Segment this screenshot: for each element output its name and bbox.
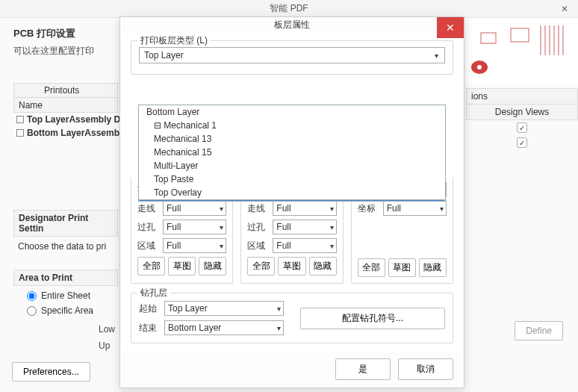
btn-yincang-1[interactable]: 隐藏: [199, 257, 226, 276]
btn-quanbu-2[interactable]: 全部: [247, 257, 275, 276]
dialog-footer: 是 取消: [120, 351, 464, 388]
svg-point-9: [477, 65, 482, 69]
sel-zouxian-1[interactable]: Full▾: [163, 201, 226, 216]
column-name: Name: [13, 98, 118, 113]
right-panel: ions Design Views ✓ ✓: [466, 88, 578, 150]
dropdown-item[interactable]: Mechanical 15: [139, 146, 445, 159]
radio-entire[interactable]: [27, 291, 37, 301]
btn-caotu-2[interactable]: 草图: [278, 257, 305, 276]
drill-title: 钻孔层: [137, 287, 170, 299]
row-icon: [16, 129, 24, 137]
dropdown-item[interactable]: Bottom Layer: [139, 105, 445, 119]
printouts-header: Printouts: [13, 83, 118, 98]
btn-caotu-1[interactable]: 草图: [168, 257, 196, 276]
checkbox-2[interactable]: ✓: [517, 137, 527, 148]
config-drill-button[interactable]: 配置钻孔符号...: [300, 308, 445, 329]
drill-left: 起始 Top Layer▾ 结束 Bottom Layer▾: [139, 301, 284, 335]
svg-rect-1: [511, 28, 529, 42]
row-icon: [16, 116, 24, 123]
right-head: ions: [466, 88, 578, 105]
dropdown-item[interactable]: Top Solder: [139, 199, 445, 202]
sel-zuobiao[interactable]: Full▾: [383, 201, 447, 216]
checkbox-1[interactable]: ✓: [517, 122, 527, 133]
combo-value: Top Layer: [144, 50, 184, 60]
cancel-button[interactable]: 取消: [398, 358, 453, 380]
outer-titlebar: 智能 PDF ✕: [0, 0, 578, 18]
preferences-button[interactable]: Preferences...: [12, 362, 90, 382]
svg-rect-0: [481, 33, 496, 43]
layer-properties-dialog: 板层属性 ✕ 打印板层类型 (L) Top Layer ▾ Bottom Lay…: [119, 16, 464, 388]
dialog-titlebar: 板层属性 ✕: [120, 17, 464, 33]
up-label: Up: [99, 340, 110, 351]
drill-right: 配置钻孔符号...: [300, 301, 445, 335]
radio-specific[interactable]: [27, 306, 37, 316]
outer-close-icon[interactable]: ✕: [554, 1, 575, 16]
sel-guokong-2[interactable]: Full▾: [273, 220, 336, 234]
dialog-body: 打印板层类型 (L) Top Layer ▾ Bottom Layer⊟ Mec…: [120, 33, 464, 351]
sel-quyu-2[interactable]: Full▾: [273, 238, 336, 253]
dropdown-item[interactable]: Mechanical 13: [139, 132, 445, 146]
outer-title: 智能 PDF: [270, 2, 308, 15]
drill-end-combo[interactable]: Bottom Layer▾: [164, 320, 284, 335]
design-views-header: Design Views: [466, 105, 578, 120]
btn-yincang-3[interactable]: 隐藏: [419, 258, 447, 277]
btn-yincang-2[interactable]: 隐藏: [309, 257, 337, 276]
btn-quanbu-3[interactable]: 全部: [358, 258, 385, 277]
layer-type-label: 打印板层类型 (L): [137, 34, 211, 47]
schematic-preview: [466, 18, 578, 85]
designator-header: Designator Print Settin: [13, 210, 118, 237]
dropdown-item[interactable]: Top Overlay: [139, 186, 445, 199]
layer-type-combo[interactable]: Top Layer ▾: [139, 47, 445, 63]
yes-button[interactable]: 是: [335, 358, 391, 380]
area-header: Area to Print: [13, 270, 118, 286]
btn-quanbu-1[interactable]: 全部: [137, 257, 165, 276]
low-label: Low: [99, 324, 115, 335]
chevron-down-icon: ▾: [431, 50, 441, 60]
sel-quyu-1[interactable]: Full▾: [163, 238, 226, 253]
dropdown-item[interactable]: ⊟ Mechanical 1: [139, 119, 445, 132]
drill-start-combo[interactable]: Top Layer▾: [164, 301, 284, 316]
btn-caotu-3[interactable]: 草图: [388, 258, 416, 277]
dropdown-item[interactable]: Top Paste: [139, 172, 445, 186]
define-button[interactable]: Define: [515, 321, 563, 340]
sel-guokong-1[interactable]: Full▾: [163, 220, 226, 234]
sel-zouxian-2[interactable]: Full▾: [273, 201, 336, 216]
dropdown-item[interactable]: Multi-Layer: [139, 159, 445, 172]
drill-group: 钻孔层 起始 Top Layer▾ 结束 Bottom Layer▾ 配置钻孔符…: [131, 293, 453, 343]
layer-type-dropdown[interactable]: Bottom Layer⊟ Mechanical 1 Mechanical 13…: [138, 105, 446, 202]
layer-type-group: 打印板层类型 (L) Top Layer ▾: [131, 40, 453, 75]
dialog-title: 板层属性: [274, 19, 310, 31]
